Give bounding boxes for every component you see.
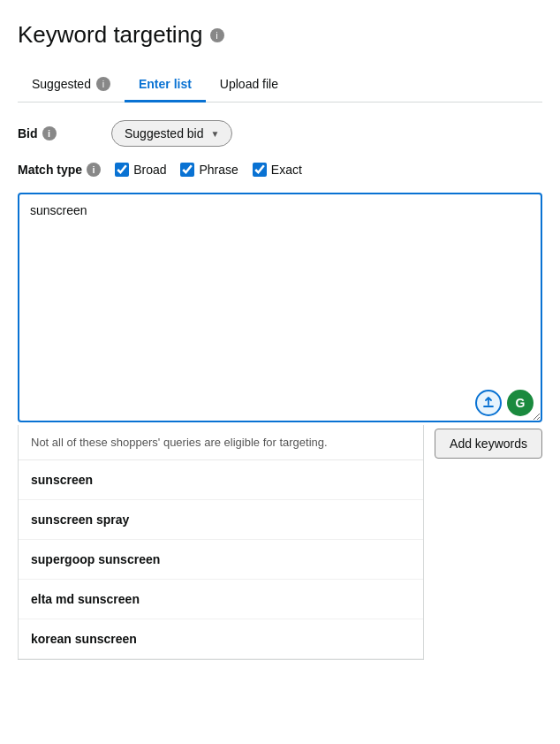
suggestion-area: Not all of these shoppers' queries are e… <box>18 425 424 660</box>
keyword-textarea[interactable]: sunscreen <box>18 193 542 422</box>
bid-row: Bid i Suggested bid ▼ <box>18 120 542 147</box>
broad-checkbox[interactable] <box>115 163 129 177</box>
tab-enter-list[interactable]: Enter list <box>125 66 206 102</box>
grammarly-icon[interactable]: G <box>507 390 534 416</box>
exact-checkbox-item[interactable]: Exact <box>253 163 302 177</box>
bid-button-label: Suggested bid <box>125 126 204 140</box>
suggestion-item-0[interactable]: sunscreen <box>19 460 423 500</box>
page-container: Keyword targeting i Suggested i Enter li… <box>0 0 560 678</box>
tab-upload-file[interactable]: Upload file <box>206 66 292 102</box>
suggestion-list: sunscreen sunscreen spray supergoop suns… <box>19 460 423 659</box>
phrase-label: Phrase <box>199 163 238 177</box>
add-keywords-button[interactable]: Add keywords <box>435 429 542 459</box>
match-type-options: Broad Phrase Exact <box>115 163 302 177</box>
add-btn-container: Add keywords <box>435 425 542 459</box>
match-type-row: Match type i Broad Phrase Exact <box>18 163 542 177</box>
tabs-container: Suggested i Enter list Upload file <box>18 66 542 102</box>
tab-suggested-info-icon[interactable]: i <box>96 77 110 91</box>
bid-chevron-icon: ▼ <box>211 129 220 139</box>
bid-label: Bid i <box>18 126 97 140</box>
exact-label: Exact <box>271 163 302 177</box>
phrase-checkbox-item[interactable]: Phrase <box>180 163 238 177</box>
tab-suggested[interactable]: Suggested i <box>18 66 125 102</box>
page-title-row: Keyword targeting i <box>18 21 542 49</box>
tab-suggested-label: Suggested <box>32 77 91 91</box>
match-type-label: Match type i <box>18 163 101 177</box>
title-info-icon[interactable]: i <box>210 28 224 42</box>
suggestion-item-1[interactable]: sunscreen spray <box>19 500 423 540</box>
match-type-info-icon[interactable]: i <box>87 163 101 177</box>
suggestion-item-3[interactable]: elta md sunscreen <box>19 580 423 619</box>
suggestion-note: Not all of these shoppers' queries are e… <box>19 425 423 460</box>
main-content: Bid i Suggested bid ▼ Match type i Broad <box>18 102 542 660</box>
broad-label: Broad <box>133 163 166 177</box>
textarea-icon-group: G <box>475 390 534 416</box>
bid-info-icon[interactable]: i <box>42 126 57 140</box>
broad-checkbox-item[interactable]: Broad <box>115 163 166 177</box>
suggested-bid-button[interactable]: Suggested bid ▼ <box>111 120 232 147</box>
exact-checkbox[interactable] <box>253 163 267 177</box>
phrase-checkbox[interactable] <box>180 163 194 177</box>
bottom-row: Not all of these shoppers' queries are e… <box>18 425 542 660</box>
page-title: Keyword targeting <box>18 21 203 49</box>
textarea-wrapper: sunscreen G <box>18 193 542 425</box>
suggestion-item-4[interactable]: korean sunscreen <box>19 619 423 659</box>
tab-upload-file-label: Upload file <box>220 77 278 91</box>
suggestion-item-2[interactable]: supergoop sunscreen <box>19 540 423 580</box>
tab-enter-list-label: Enter list <box>139 77 192 91</box>
upload-icon[interactable] <box>475 390 502 416</box>
grammarly-letter: G <box>516 396 526 410</box>
suggestion-container: Not all of these shoppers' queries are e… <box>18 425 424 660</box>
